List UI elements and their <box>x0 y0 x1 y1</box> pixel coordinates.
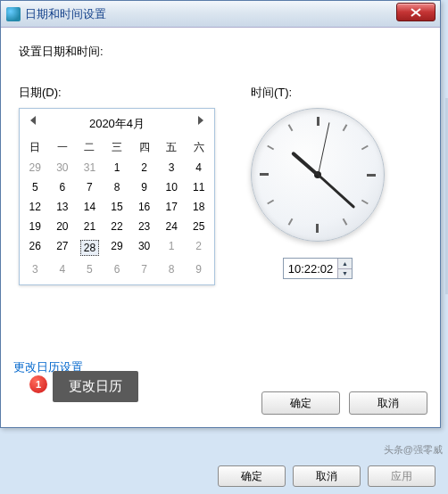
time-input[interactable] <box>284 259 337 278</box>
clock-hr-hand <box>291 152 319 177</box>
calendar-day[interactable]: 19 <box>21 217 49 236</box>
calendar-day[interactable]: 1 <box>104 158 131 177</box>
calendar-day[interactable]: 30 <box>130 236 158 259</box>
calendar-day[interactable]: 6 <box>49 177 77 197</box>
calendar-day[interactable]: 28 <box>76 236 104 259</box>
calendar-day[interactable]: 29 <box>21 158 49 177</box>
calendar-day[interactable]: 6 <box>104 259 131 279</box>
day-header: 四 <box>130 137 158 158</box>
calendar-day[interactable]: 13 <box>49 197 77 217</box>
calendar-day[interactable]: 17 <box>158 197 186 217</box>
analog-clock <box>251 108 385 242</box>
clock-mn-hand <box>317 174 355 209</box>
date-label: 日期(D): <box>19 85 215 101</box>
calendar-day[interactable]: 21 <box>76 217 104 236</box>
calendar-day[interactable]: 7 <box>130 259 158 279</box>
window-title: 日期和时间设置 <box>25 6 106 22</box>
calendar-day[interactable]: 16 <box>130 197 158 217</box>
calendar-grid: 日一二三四五六293031123456789101112131415161718… <box>21 137 212 279</box>
calendar-day[interactable]: 4 <box>49 259 77 279</box>
calendar-day[interactable]: 9 <box>130 177 158 197</box>
month-title[interactable]: 2020年4月 <box>89 117 145 130</box>
close-icon <box>411 8 421 17</box>
calendar-day[interactable]: 20 <box>49 217 77 236</box>
datetime-settings-window: 日期和时间设置 设置日期和时间: 日期(D): 2020年4月 日一二三四五六2… <box>0 0 441 428</box>
calendar-day[interactable]: 2 <box>185 236 212 259</box>
next-month-button[interactable] <box>198 116 203 125</box>
calendar-day[interactable]: 24 <box>158 217 186 236</box>
calendar-day[interactable]: 8 <box>104 177 131 197</box>
titlebar[interactable]: 日期和时间设置 <box>1 1 440 28</box>
calendar-day[interactable]: 2 <box>130 158 158 177</box>
parent-apply-button[interactable]: 应用 <box>368 465 436 487</box>
calendar-day[interactable]: 23 <box>130 217 158 236</box>
close-button[interactable] <box>396 3 436 21</box>
annotation-tooltip: 更改日历 <box>53 371 138 402</box>
calendar-day[interactable]: 31 <box>76 158 104 177</box>
ok-button[interactable]: 确定 <box>261 391 340 415</box>
instruction-text: 设置日期和时间: <box>19 44 422 60</box>
calendar-day[interactable]: 5 <box>76 259 104 279</box>
parent-cancel-button[interactable]: 取消 <box>293 465 361 487</box>
calendar-day[interactable]: 25 <box>185 217 212 236</box>
time-up-button[interactable]: ▲ <box>338 259 352 269</box>
calendar-day[interactable]: 8 <box>158 259 186 279</box>
watermark: 头条@强零威 <box>384 443 443 457</box>
calendar: 2020年4月 日一二三四五六2930311234567891011121314… <box>19 108 215 285</box>
day-header: 一 <box>49 137 77 158</box>
app-icon <box>6 7 21 21</box>
calendar-day[interactable]: 12 <box>21 197 49 217</box>
cancel-button[interactable]: 取消 <box>349 391 427 415</box>
calendar-day[interactable]: 3 <box>21 259 49 279</box>
calendar-day[interactable]: 4 <box>185 158 212 177</box>
day-header: 三 <box>104 137 131 158</box>
calendar-day[interactable]: 10 <box>158 177 186 197</box>
calendar-day[interactable]: 26 <box>21 236 49 259</box>
time-spinner: ▲ ▼ <box>283 258 353 279</box>
day-header: 日 <box>21 137 49 158</box>
calendar-day[interactable]: 11 <box>185 177 212 197</box>
day-header: 二 <box>76 137 104 158</box>
parent-ok-button[interactable]: 确定 <box>218 465 286 487</box>
annotation-badge: 1 <box>29 375 47 393</box>
time-label: 时间(T): <box>251 85 385 101</box>
day-header: 五 <box>158 137 186 158</box>
calendar-day[interactable]: 30 <box>49 158 77 177</box>
calendar-day[interactable]: 9 <box>185 259 212 279</box>
prev-month-button[interactable] <box>30 116 36 125</box>
calendar-day[interactable]: 3 <box>158 158 186 177</box>
calendar-day[interactable]: 27 <box>49 236 77 259</box>
clock-sc-hand <box>318 122 329 175</box>
calendar-day[interactable]: 1 <box>158 236 186 259</box>
date-column: 日期(D): 2020年4月 日一二三四五六293031123456789101… <box>19 85 215 285</box>
time-column: 时间(T): ▲ ▼ <box>251 85 385 285</box>
calendar-day[interactable]: 5 <box>21 177 49 197</box>
calendar-day[interactable]: 7 <box>76 177 104 197</box>
calendar-day[interactable]: 29 <box>104 236 131 259</box>
parent-button-row: 确定 取消 应用 <box>218 465 436 487</box>
day-header: 六 <box>185 137 212 158</box>
time-down-button[interactable]: ▼ <box>338 269 352 279</box>
calendar-day[interactable]: 14 <box>76 197 104 217</box>
content-area: 设置日期和时间: 日期(D): 2020年4月 日一二三四五六293031123… <box>1 28 440 301</box>
calendar-day[interactable]: 22 <box>104 217 131 236</box>
calendar-day[interactable]: 18 <box>185 197 212 217</box>
calendar-day[interactable]: 15 <box>104 197 131 217</box>
